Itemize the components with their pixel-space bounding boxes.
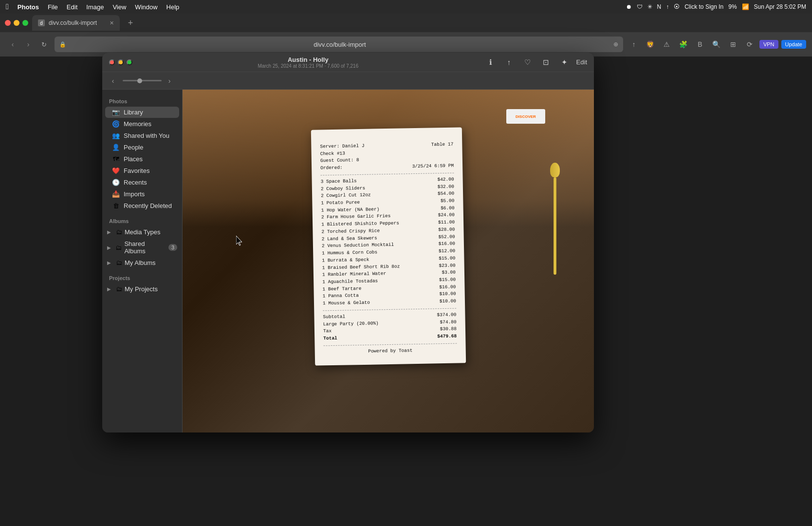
my-projects-icon: 🗂: [115, 285, 123, 293]
crop-button[interactable]: ⊡: [539, 56, 553, 69]
browser-tab-bar: d divv.co/bulk-import ✕ +: [0, 14, 812, 32]
sidebar-item-memories[interactable]: 🌀 Memories: [105, 118, 179, 130]
sidebar-item-favorites[interactable]: ❤️ Favorites: [105, 165, 179, 176]
sidebar-recently-deleted-label: Recently Deleted: [124, 202, 172, 209]
menubar-shield-icon: 🛡: [637, 3, 643, 10]
slider-track: [123, 80, 162, 81]
menubar-battery: 9%: [728, 3, 737, 10]
library-icon: 📷: [112, 109, 120, 116]
menubar:  Photos File Edit Image View Window Hel…: [0, 0, 812, 14]
traffic-lights: [109, 59, 132, 65]
address-bar[interactable]: 🔒 divv.co/bulk-import ⊕: [55, 37, 623, 52]
imports-icon: 📥: [112, 190, 120, 198]
receipt-ordered-date: 3/25/24 6:59 PM: [412, 163, 454, 170]
tab-close-icon[interactable]: ✕: [110, 20, 114, 26]
receipt-powered-by: Powered by Toast: [323, 346, 457, 356]
share-button[interactable]: ↑: [502, 56, 516, 69]
sidebar-recents-label: Recents: [124, 179, 147, 186]
discover-card: DISCOVER: [506, 109, 545, 124]
people-icon: 👤: [112, 144, 120, 151]
menubar-sign-in[interactable]: Click to Sign In: [684, 3, 723, 10]
brave-lion-icon[interactable]: 🦁: [644, 38, 657, 51]
sidebar-item-places[interactable]: 🗺 Places: [105, 153, 179, 165]
my-albums-chevron: ▶: [107, 260, 113, 265]
titlebar-actions: ℹ ↑ ♡ ⊡ ✦ Edit: [484, 56, 587, 69]
menubar-share-icon: ↑: [666, 3, 669, 10]
photos-nav-bar: ‹ ›: [102, 72, 594, 90]
receipt-divider-2: [323, 308, 456, 311]
brave-icon2[interactable]: B: [693, 38, 707, 51]
app-menu-edit[interactable]: Edit: [67, 3, 77, 11]
receipt-guest: Guest Count: 8: [320, 157, 359, 165]
app-menu-view[interactable]: View: [112, 3, 126, 11]
photo-forward-button[interactable]: ›: [164, 75, 175, 87]
shared-albums-chevron: ▶: [107, 245, 113, 250]
receipt-scene: DISCOVER Server: Daniel J Table 17: [183, 90, 594, 432]
receipt-table: Table 17: [431, 141, 453, 149]
browser-maximize-button[interactable]: [22, 20, 28, 26]
sync-icon[interactable]: ⟳: [743, 38, 757, 51]
refresh-button[interactable]: ↻: [37, 38, 51, 51]
sidebar-item-shared-with-you[interactable]: 👥 Shared with You: [105, 130, 179, 141]
new-tab-button[interactable]: +: [124, 16, 137, 30]
window-maximize-button[interactable]: [127, 59, 132, 65]
recents-icon: 🕒: [112, 179, 120, 186]
info-button[interactable]: ℹ: [484, 56, 498, 69]
media-types-label: Media Types: [125, 228, 160, 236]
browser-minimize-button[interactable]: [14, 20, 19, 26]
albums-section-header: Albums: [102, 215, 182, 226]
places-icon: 🗺: [112, 155, 120, 163]
update-button[interactable]: Update: [781, 40, 806, 49]
app-menu-window[interactable]: Window: [135, 3, 157, 11]
browser-close-button[interactable]: [5, 20, 11, 26]
app-menu-file[interactable]: File: [48, 3, 58, 11]
photo-back-button[interactable]: ‹: [107, 75, 119, 87]
sidebar-item-recents[interactable]: 🕒 Recents: [105, 177, 179, 188]
vpn-button[interactable]: VPN: [759, 40, 778, 49]
sidebar-imports-label: Imports: [124, 190, 145, 198]
app-menu-photos[interactable]: Photos: [18, 3, 39, 11]
grid-icon[interactable]: ⊞: [726, 38, 740, 51]
sidebar-item-my-albums[interactable]: ▶ 🗂 My Albums: [102, 257, 182, 268]
photo-slider[interactable]: [123, 80, 162, 81]
favorites-icon: ❤️: [112, 167, 120, 174]
sidebar-item-imports[interactable]: 📥 Imports: [105, 188, 179, 200]
search-icon[interactable]: 🔍: [710, 38, 723, 51]
heart-button[interactable]: ♡: [521, 56, 535, 69]
photos-body: Photos 📷 Library 🌀 Memories 👥 Shared wit…: [102, 90, 594, 432]
menubar-asterisk-icon: ✳: [647, 3, 652, 10]
receipt-ordered: Ordered:: [320, 165, 343, 172]
sidebar-item-my-projects[interactable]: ▶ 🗂 My Projects: [102, 283, 182, 295]
bookmark-icon[interactable]: ⊕: [613, 41, 618, 48]
sidebar-item-shared-albums[interactable]: ▶ 🗂 Shared Albums 3: [102, 238, 182, 257]
apple-menu[interactable]: : [6, 2, 9, 11]
sidebar-item-people[interactable]: 👤 People: [105, 142, 179, 153]
edit-button[interactable]: Edit: [576, 58, 587, 66]
slider-thumb: [137, 78, 142, 83]
shared-with-you-icon: 👥: [112, 132, 120, 139]
window-close-button[interactable]: [109, 59, 115, 65]
sidebar-favorites-label: Favorites: [124, 167, 149, 174]
back-button[interactable]: ‹: [6, 38, 19, 51]
alert-icon[interactable]: ⚠: [660, 38, 674, 51]
tab-title: divv.co/bulk-import: [49, 19, 97, 26]
sidebar: Photos 📷 Library 🌀 Memories 👥 Shared wit…: [102, 90, 183, 432]
app-menu-help[interactable]: Help: [166, 3, 180, 11]
forward-button[interactable]: ›: [21, 38, 35, 51]
menubar-wifi-icon: 📶: [742, 3, 749, 10]
my-projects-label: My Projects: [125, 285, 158, 293]
share-icon[interactable]: ↑: [627, 38, 641, 51]
adjust-button[interactable]: ✦: [558, 56, 572, 69]
browser-tab[interactable]: d divv.co/bulk-import ✕: [32, 15, 120, 31]
window-minimize-button[interactable]: [118, 59, 124, 65]
extensions-icon[interactable]: 🧩: [677, 38, 690, 51]
receipt-header: [320, 137, 453, 140]
app-menu-image[interactable]: Image: [86, 3, 104, 11]
sidebar-item-media-types[interactable]: ▶ 🗂 Media Types: [102, 226, 182, 238]
photo-viewer: DISCOVER Server: Daniel J Table 17: [183, 90, 594, 432]
sidebar-item-recently-deleted[interactable]: 🗑 Recently Deleted: [105, 200, 179, 211]
shared-albums-icon: 🗂: [115, 244, 123, 251]
url-text: divv.co/bulk-import: [69, 41, 610, 48]
my-albums-icon: 🗂: [115, 259, 123, 266]
sidebar-item-library[interactable]: 📷 Library: [105, 107, 179, 118]
